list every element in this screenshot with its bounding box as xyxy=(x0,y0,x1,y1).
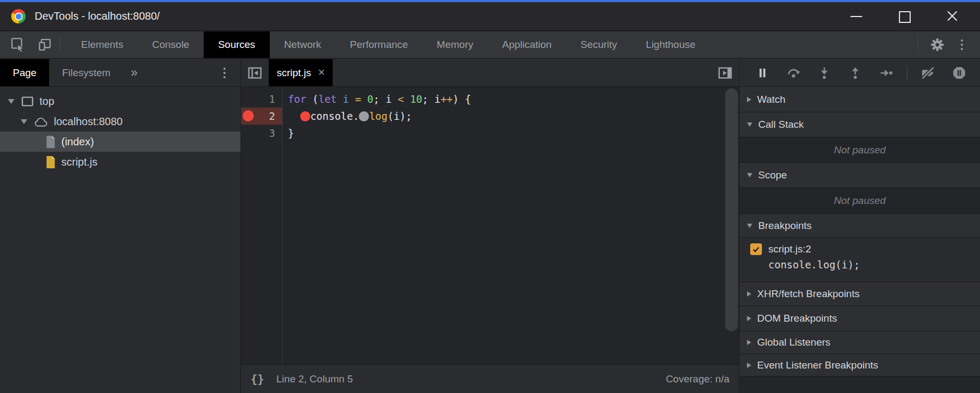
tab-sources[interactable]: Sources xyxy=(204,31,270,58)
inline-breakpoint-candidate-icon[interactable] xyxy=(359,111,369,121)
minimize-button[interactable] xyxy=(850,10,863,22)
inline-breakpoint-icon[interactable] xyxy=(300,111,310,121)
pretty-print-button[interactable]: {} xyxy=(251,373,264,386)
code-token xyxy=(404,93,409,105)
section-breakpoints[interactable]: Breakpoints xyxy=(740,214,980,238)
tree-item-top[interactable]: top xyxy=(0,91,240,111)
document-icon xyxy=(45,135,57,149)
section-global-listeners[interactable]: Global Listeners xyxy=(740,331,980,354)
device-toolbar-icon xyxy=(37,37,52,52)
file-tree: top localhost:8080 xyxy=(0,87,240,393)
step-out-icon xyxy=(848,66,862,80)
section-xhr-breakpoints[interactable]: XHR/fetch Breakpoints xyxy=(740,282,980,306)
call-stack-status: Not paused xyxy=(834,144,886,156)
cloud-icon xyxy=(33,114,49,128)
debugger-toolbar-divider xyxy=(907,66,907,80)
expand-arrow-icon[interactable] xyxy=(5,99,17,104)
toolbar-divider xyxy=(918,37,918,53)
tab-network[interactable]: Network xyxy=(270,31,336,58)
tab-performance[interactable]: Performance xyxy=(335,31,422,58)
expanded-arrow-icon xyxy=(747,173,752,177)
code-token: 10 xyxy=(410,93,422,105)
tab-elements[interactable]: Elements xyxy=(67,31,138,58)
line-number[interactable]: 1 xyxy=(241,91,282,108)
collapsed-arrow-icon xyxy=(747,340,751,345)
panel-left-icon xyxy=(247,65,263,81)
step-over-button[interactable] xyxy=(785,65,801,81)
deactivate-breakpoints-button[interactable] xyxy=(920,65,936,81)
tab-lighthouse[interactable]: Lighthouse xyxy=(631,31,710,58)
tab-memory[interactable]: Memory xyxy=(422,31,488,58)
step-button[interactable] xyxy=(878,65,894,81)
code-token: } xyxy=(288,127,294,139)
sources-panel: Page Filesystem » top xyxy=(0,59,980,393)
scope-status: Not paused xyxy=(834,195,886,207)
navigator-tab-page[interactable]: Page xyxy=(0,59,49,86)
maximize-button[interactable] xyxy=(898,10,911,22)
code-token: for xyxy=(288,93,306,105)
section-call-stack[interactable]: Call Stack xyxy=(740,112,980,137)
section-label: Watch xyxy=(757,94,785,105)
hide-navigator-button[interactable] xyxy=(241,59,269,86)
step-out-button[interactable] xyxy=(847,65,863,81)
pause-script-button[interactable] xyxy=(754,65,770,81)
window-accent-strip xyxy=(0,0,980,2)
panel-tabs: Elements Console Sources Network Perform… xyxy=(67,31,710,58)
tab-security[interactable]: Security xyxy=(566,31,632,58)
pause-on-exceptions-icon xyxy=(952,66,967,80)
close-button[interactable] xyxy=(946,10,959,22)
tree-item-index[interactable]: (index) xyxy=(0,132,240,152)
line-number-breakpoint[interactable]: 2 xyxy=(241,108,282,125)
panel-right-icon xyxy=(717,65,733,81)
settings-button[interactable] xyxy=(929,35,946,54)
breakpoint-checkbox[interactable] xyxy=(750,243,762,255)
section-dom-breakpoints[interactable]: DOM Breakpoints xyxy=(740,306,980,331)
section-event-listener-breakpoints[interactable]: Event Listener Breakpoints xyxy=(740,354,980,376)
step-into-button[interactable] xyxy=(816,65,832,81)
inspect-element-button[interactable] xyxy=(10,35,27,54)
editor-tab-label: script.js xyxy=(277,67,311,79)
navigator-tab-filesystem[interactable]: Filesystem xyxy=(49,59,123,86)
collapsed-arrow-icon xyxy=(747,97,751,102)
device-toolbar-button[interactable] xyxy=(36,35,53,54)
tree-item-origin[interactable]: localhost:8080 xyxy=(0,111,240,132)
tree-item-script[interactable]: script.js xyxy=(0,152,240,172)
expanded-arrow-icon xyxy=(747,122,752,127)
navigator-more-menu-button[interactable] xyxy=(223,68,226,78)
code-token: ++ xyxy=(440,93,453,105)
sidebar-filler xyxy=(740,376,980,393)
coverage-status: Coverage: n/a xyxy=(666,373,729,385)
pause-icon xyxy=(756,66,769,80)
breakpoint-entry[interactable]: script.js:2 xyxy=(750,243,980,255)
tab-application[interactable]: Application xyxy=(488,31,566,58)
editor-scrollbar-thumb[interactable] xyxy=(725,88,738,331)
code-line-1: for (let i = 0; i < 10; i++) { xyxy=(283,91,724,108)
breakpoint-marker-icon[interactable] xyxy=(243,110,254,121)
expand-arrow-icon[interactable] xyxy=(18,119,30,124)
code-token xyxy=(337,93,343,105)
code-token: i xyxy=(343,93,349,105)
step-into-icon xyxy=(817,66,831,80)
code-token: console. xyxy=(310,110,359,122)
section-scope[interactable]: Scope xyxy=(740,163,980,188)
code-area[interactable]: for (let i = 0; i < 10; i++) { console.l… xyxy=(283,91,724,364)
code-editor[interactable]: 1 2 3 for (let i = 0; i < 10; i++) { con… xyxy=(241,87,739,364)
more-tabs-icon[interactable]: » xyxy=(131,59,138,86)
hide-debugger-button[interactable] xyxy=(711,59,739,86)
deactivate-breakpoints-icon xyxy=(920,66,936,80)
gutter[interactable]: 1 2 3 xyxy=(241,87,283,364)
section-label: XHR/fetch Breakpoints xyxy=(757,288,859,300)
line-number[interactable]: 3 xyxy=(241,125,282,142)
code-token: < xyxy=(398,93,404,105)
breakpoint-location: script.js:2 xyxy=(768,243,811,255)
editor-tab-scriptjs[interactable]: script.js × xyxy=(269,59,333,86)
more-options-button[interactable] xyxy=(953,35,970,54)
tab-close-icon[interactable]: × xyxy=(318,66,325,79)
collapsed-arrow-icon xyxy=(747,316,751,321)
pause-on-exceptions-button[interactable] xyxy=(951,65,967,81)
tab-console[interactable]: Console xyxy=(138,31,204,58)
code-line-3: } xyxy=(283,125,724,142)
frame-icon xyxy=(20,94,35,109)
tree-item-label: (index) xyxy=(61,136,94,148)
section-watch[interactable]: Watch xyxy=(740,87,980,112)
